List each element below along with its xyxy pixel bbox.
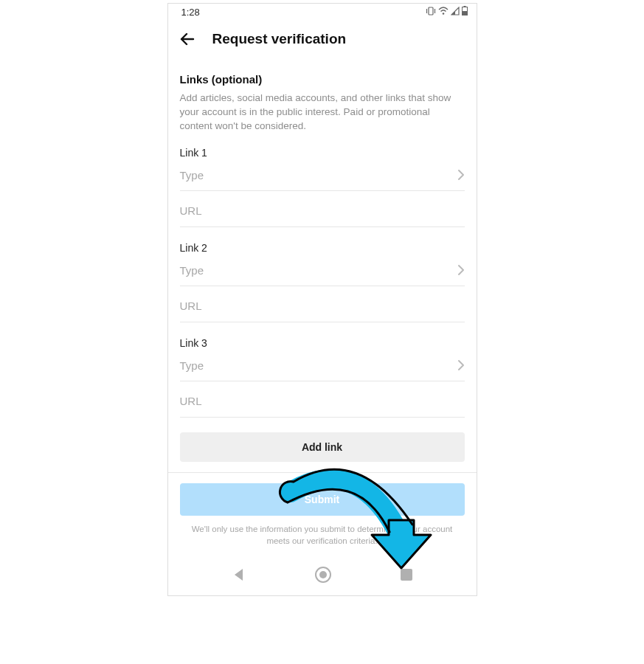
link-group-2: Link 2 Type URL	[180, 242, 465, 322]
chevron-right-icon	[457, 264, 465, 276]
status-time: 1:28	[181, 7, 200, 18]
link-label: Link 3	[180, 337, 465, 349]
url-placeholder: URL	[180, 395, 202, 407]
back-arrow-icon[interactable]	[179, 30, 196, 48]
nav-home-icon[interactable]	[314, 566, 332, 584]
content: Links (optional) Add articles, social me…	[168, 55, 477, 557]
type-selector[interactable]: Type	[180, 264, 465, 286]
phone-frame: 1:28 Request verification Links (optiona…	[167, 3, 477, 596]
section-title: Links (optional)	[180, 73, 465, 86]
page-title: Request verification	[212, 31, 347, 47]
footer-note: We'll only use the information you submi…	[180, 516, 465, 557]
nav-back-icon[interactable]	[232, 567, 246, 582]
wifi-icon	[438, 7, 449, 18]
type-placeholder: Type	[180, 359, 204, 372]
divider	[168, 472, 477, 473]
url-input[interactable]: URL	[180, 300, 465, 322]
svg-point-3	[442, 13, 444, 15]
status-bar: 1:28	[168, 4, 477, 20]
vibrate-icon	[426, 7, 436, 18]
header: Request verification	[168, 20, 477, 55]
section-description: Add articles, social media accounts, and…	[180, 91, 465, 134]
link-group-1: Link 1 Type URL	[180, 147, 465, 227]
nav-recent-icon[interactable]	[400, 568, 413, 581]
svg-rect-6	[462, 11, 467, 15]
svg-rect-9	[401, 569, 412, 581]
chevron-right-icon	[457, 359, 465, 371]
android-nav-bar	[168, 557, 477, 595]
link-group-3: Link 3 Type URL	[180, 337, 465, 418]
battery-icon	[462, 6, 468, 18]
status-icons	[426, 6, 468, 18]
chevron-right-icon	[457, 169, 465, 181]
url-input[interactable]: URL	[180, 204, 465, 227]
url-input[interactable]: URL	[180, 395, 465, 418]
type-selector[interactable]: Type	[180, 359, 465, 381]
link-label: Link 2	[180, 242, 465, 254]
signal-icon	[451, 7, 460, 18]
link-label: Link 1	[180, 147, 465, 159]
svg-rect-0	[429, 7, 433, 15]
url-placeholder: URL	[180, 204, 202, 217]
submit-button[interactable]: Submit	[180, 483, 465, 516]
add-link-button[interactable]: Add link	[180, 432, 465, 462]
type-placeholder: Type	[180, 264, 204, 277]
type-selector[interactable]: Type	[180, 169, 465, 191]
svg-point-8	[319, 571, 327, 578]
url-placeholder: URL	[180, 300, 202, 312]
type-placeholder: Type	[180, 169, 204, 181]
